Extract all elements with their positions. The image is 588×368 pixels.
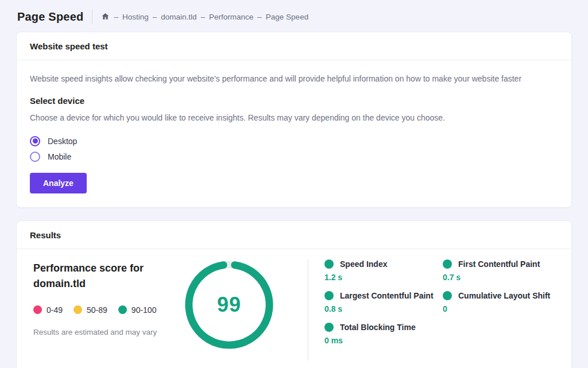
speed-test-card-body: Website speed insights allow checking yo… (17, 60, 571, 207)
analyze-button[interactable]: Analyze (30, 173, 87, 193)
metric-value: 0.8 s (324, 304, 443, 313)
metric-label: Largest Contentful Paint (340, 291, 434, 300)
metric-value: 0.7 s (443, 273, 558, 282)
score-note: Results are estimated and may vary (33, 328, 167, 336)
header-divider (92, 9, 92, 24)
metric-first-contentful-paint: First Contentful Paint 0.7 s (443, 259, 558, 282)
legend-dot-red-icon (33, 305, 42, 314)
score-title: Performance score for domain.tld (33, 261, 167, 292)
metric-value: 0 (443, 304, 558, 313)
breadcrumb-separator: – (201, 13, 206, 21)
metric-largest-contentful-paint: Largest Contentful Paint 0.8 s (324, 291, 443, 313)
metric-label: Speed Index (340, 259, 387, 269)
metric-label: First Contentful Paint (458, 259, 540, 269)
results-card: Results Performance score for domain.tld… (16, 220, 572, 368)
radio-mobile-label: Mobile (48, 152, 71, 161)
metric-speed-index: Speed Index 1.2 s (324, 259, 443, 282)
legend-item-high: 90-100 (118, 305, 157, 315)
home-icon[interactable] (101, 12, 110, 21)
results-card-body: Performance score for domain.tld 0-49 50… (17, 249, 571, 368)
speed-test-card-title: Website speed test (17, 32, 571, 60)
metric-label: Cumulative Layout Shift (458, 291, 550, 300)
score-info: Performance score for domain.tld 0-49 50… (33, 259, 167, 336)
metrics-grid: Speed Index 1.2 s First Contentful Paint… (308, 259, 558, 345)
metric-dot-icon (443, 259, 452, 269)
radio-option-mobile[interactable]: Mobile (30, 152, 71, 162)
legend-dot-yellow-icon (74, 305, 82, 314)
breadcrumb-item-domain[interactable]: domain.tld (161, 13, 196, 21)
gauge-score-value: 99 (184, 259, 274, 350)
speed-test-description: Website speed insights allow checking yo… (30, 73, 558, 84)
speed-test-card: Website speed test Website speed insight… (16, 32, 572, 208)
main-content: Website speed test Website speed insight… (0, 32, 588, 368)
metric-value: 0 ms (324, 336, 443, 345)
metric-dot-icon (324, 259, 334, 269)
legend-label-medium: 50-89 (87, 305, 107, 315)
page-title: Page Speed (17, 10, 83, 24)
breadcrumb-item-page-speed: Page Speed (266, 13, 308, 21)
breadcrumb-separator: – (153, 13, 157, 21)
breadcrumb-item-hosting[interactable]: Hosting (122, 13, 149, 21)
legend-label-high: 90-100 (131, 305, 157, 315)
legend-dot-green-icon (118, 305, 127, 314)
metric-dot-icon (443, 291, 452, 300)
score-legend: 0-49 50-89 90-100 (33, 305, 167, 315)
metric-cumulative-layout-shift: Cumulative Layout Shift 0 (443, 291, 558, 313)
metric-dot-icon (324, 291, 334, 300)
results-card-title: Results (17, 221, 571, 249)
breadcrumb-item-performance[interactable]: Performance (209, 13, 253, 21)
radio-desktop-selected-icon[interactable] (30, 136, 40, 146)
breadcrumb: – Hosting – domain.tld – Performance – P… (101, 13, 308, 21)
select-device-title: Select device (30, 96, 558, 106)
page-header: Page Speed – Hosting – domain.tld – Perf… (0, 0, 588, 32)
performance-score-gauge: 99 (184, 259, 274, 350)
metric-value: 1.2 s (324, 273, 443, 282)
metric-dot-icon (324, 323, 334, 332)
breadcrumb-separator: – (257, 13, 262, 21)
radio-desktop-label: Desktop (48, 137, 77, 146)
metric-total-blocking-time: Total Blocking Time 0 ms (324, 323, 443, 345)
breadcrumb-separator: – (114, 13, 118, 21)
radio-option-desktop[interactable]: Desktop (30, 136, 77, 146)
legend-item-low: 0-49 (33, 305, 63, 315)
legend-item-medium: 50-89 (74, 305, 107, 315)
legend-label-low: 0-49 (47, 305, 63, 315)
select-device-description: Choose a device for which you would like… (30, 112, 558, 123)
metric-label: Total Blocking Time (340, 323, 416, 332)
device-radio-group: Desktop Mobile (30, 136, 558, 162)
radio-mobile-unselected-icon[interactable] (30, 152, 40, 162)
